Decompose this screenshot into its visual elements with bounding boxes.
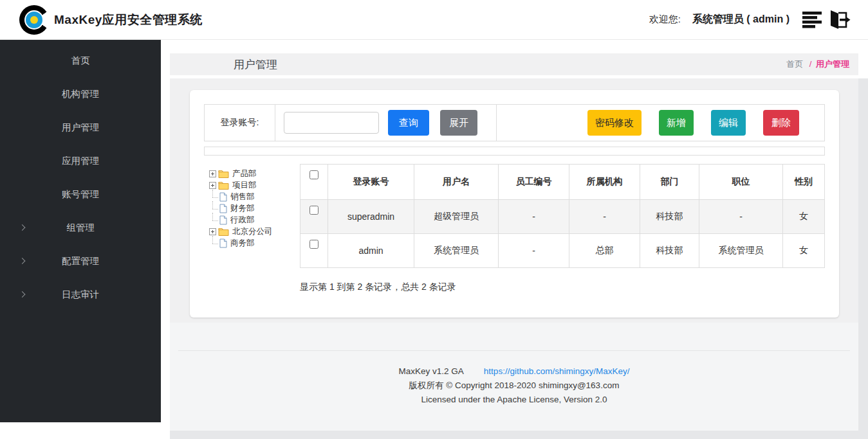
table-cell: 女	[783, 234, 825, 268]
page-title-bar: 用户管理 首页 / 用户管理	[170, 53, 858, 75]
sidebar-item-label: 首页	[71, 55, 90, 67]
tree-node-label[interactable]: 财务部	[229, 203, 256, 214]
app-header: MaxKey应用安全管理系统 欢迎您: 系统管理员 ( admin )	[0, 0, 868, 40]
app-logo-icon	[19, 5, 49, 35]
footer-version-line: MaxKey v1.2 GA https://github.com/shimin…	[178, 364, 850, 379]
breadcrumb: 首页 / 用户管理	[786, 58, 849, 70]
file-icon	[219, 215, 227, 225]
search-toolbar: 登录账号: 查询 展开 密码修改 新增 编辑 删除	[204, 104, 825, 141]
chevron-right-icon	[19, 291, 26, 298]
folder-icon	[218, 169, 229, 178]
column-header[interactable]: 性别	[783, 165, 825, 200]
table-cell: 系统管理员	[414, 234, 499, 268]
current-user: 系统管理员 ( admin )	[692, 13, 790, 26]
row-select-cell	[300, 234, 328, 268]
footer-github-link[interactable]: https://github.com/shimingxy/MaxKey/	[484, 366, 630, 376]
plus-expander-icon[interactable]	[209, 228, 216, 235]
select-all-checkbox[interactable]	[309, 170, 319, 179]
tree-node-label[interactable]: 北京分公司	[231, 226, 274, 237]
sidebar-item-label: 用户管理	[62, 121, 99, 134]
column-header[interactable]: 职位	[699, 165, 783, 200]
bottom-strip	[170, 431, 868, 439]
select-all-header-cell	[300, 165, 328, 200]
file-icon	[219, 238, 227, 248]
tree-node[interactable]: 北京分公司	[209, 226, 298, 237]
row-select-checkbox[interactable]	[309, 240, 319, 249]
table-cell: superadmin	[328, 200, 414, 234]
breadcrumb-home[interactable]: 首页	[786, 59, 803, 69]
footer-section: MaxKey v1.2 GA https://github.com/shimin…	[170, 323, 858, 431]
sidebar-item-user-management[interactable]: 用户管理	[0, 111, 161, 144]
edit-button[interactable]: 编辑	[711, 110, 746, 136]
user-table: 登录账号用户名员工编号所属机构部门职位性别 superadmin超级管理员--科…	[300, 164, 825, 268]
sidebar-item-config-management[interactable]: 配置管理	[0, 244, 161, 278]
delete-button[interactable]: 删除	[763, 110, 799, 136]
footer-copyright: 版权所有 © Copyright 2018-2020 shimingxy@163…	[178, 379, 850, 393]
table-cell: 超级管理员	[414, 200, 499, 234]
row-select-checkbox[interactable]	[309, 206, 319, 215]
table-cell: admin	[328, 234, 414, 268]
tree-node-label[interactable]: 销售部	[229, 192, 256, 202]
table-cell: 科技部	[640, 234, 699, 268]
tree-connector	[209, 215, 219, 225]
tree-node-label[interactable]: 项目部	[231, 180, 258, 191]
column-header[interactable]: 登录账号	[328, 165, 414, 200]
sidebar-item-app-management[interactable]: 应用管理	[0, 144, 161, 177]
tree-node[interactable]: 销售部	[209, 191, 298, 202]
tree-node-label[interactable]: 产品部	[231, 168, 258, 179]
chevron-right-icon	[19, 258, 26, 264]
login-account-input[interactable]	[284, 112, 379, 134]
column-header[interactable]: 用户名	[414, 165, 499, 200]
org-tree: 产品部项目部销售部财务部行政部北京分公司商务部	[204, 164, 298, 249]
collapsed-advanced-search	[204, 147, 825, 156]
sidebar-item-log-audit[interactable]: 日志审计	[0, 278, 161, 311]
folder-icon	[218, 181, 229, 190]
sidebar-item-account-management[interactable]: 账号管理	[0, 177, 161, 211]
tree-node[interactable]: 产品部	[209, 168, 298, 179]
file-icon	[219, 204, 227, 213]
tree-node-label[interactable]: 行政部	[229, 215, 256, 226]
menu-list-icon[interactable]	[802, 10, 824, 30]
chevron-right-icon	[19, 224, 26, 231]
plus-expander-icon[interactable]	[209, 182, 216, 189]
welcome-label: 欢迎您:	[649, 13, 681, 26]
sidebar-item-label: 组管理	[66, 222, 95, 234]
tree-node[interactable]: 行政部	[209, 214, 298, 226]
main-content: 用户管理 首页 / 用户管理 登录账号: 查询 展开 密码修改	[161, 40, 868, 439]
plus-expander-icon[interactable]	[209, 170, 216, 177]
footer-license: Licensed under the Apache License, Versi…	[178, 393, 850, 407]
tree-node[interactable]: 财务部	[209, 202, 298, 214]
tree-connector	[209, 192, 219, 202]
query-button[interactable]: 查询	[388, 110, 429, 136]
table-cell: -	[569, 200, 640, 234]
breadcrumb-current: 用户管理	[816, 59, 849, 69]
app-title: MaxKey应用安全管理系统	[54, 12, 203, 28]
sidebar-item-group-management[interactable]: 组管理	[0, 211, 161, 244]
tree-node[interactable]: 商务部	[209, 237, 298, 249]
sidebar-item-org-management[interactable]: 机构管理	[0, 77, 161, 111]
tree-connector	[209, 203, 219, 213]
header-right: 欢迎您: 系统管理员 ( admin )	[649, 9, 851, 31]
tree-connector	[209, 238, 219, 248]
tree-node[interactable]: 项目部	[209, 179, 298, 191]
column-header[interactable]: 所属机构	[569, 165, 640, 200]
logout-icon[interactable]	[827, 9, 851, 31]
user-table-wrap: 登录账号用户名员工编号所属机构部门职位性别 superadmin超级管理员--科…	[300, 164, 825, 293]
table-row: superadmin超级管理员--科技部-女	[300, 200, 825, 234]
column-header[interactable]: 部门	[640, 165, 699, 200]
record-summary: 显示第 1 到第 2 条记录，总共 2 条记录	[300, 282, 825, 293]
action-buttons: 密码修改 新增 编辑 删除	[496, 105, 824, 141]
password-modify-button[interactable]: 密码修改	[587, 110, 642, 136]
page-title: 用户管理	[234, 57, 277, 72]
tree-node-label[interactable]: 商务部	[229, 238, 256, 249]
footer-version: MaxKey v1.2 GA	[399, 366, 464, 376]
row-select-cell	[300, 200, 328, 234]
column-header[interactable]: 员工编号	[499, 165, 569, 200]
sidebar-item-label: 应用管理	[62, 155, 99, 167]
expand-button[interactable]: 展开	[440, 110, 477, 136]
sidebar: 首页机构管理用户管理应用管理账号管理组管理配置管理日志审计	[0, 40, 161, 422]
sidebar-item-label: 日志审计	[62, 289, 99, 301]
file-icon	[219, 192, 227, 202]
sidebar-item-home[interactable]: 首页	[0, 44, 161, 77]
add-button[interactable]: 新增	[659, 110, 694, 136]
